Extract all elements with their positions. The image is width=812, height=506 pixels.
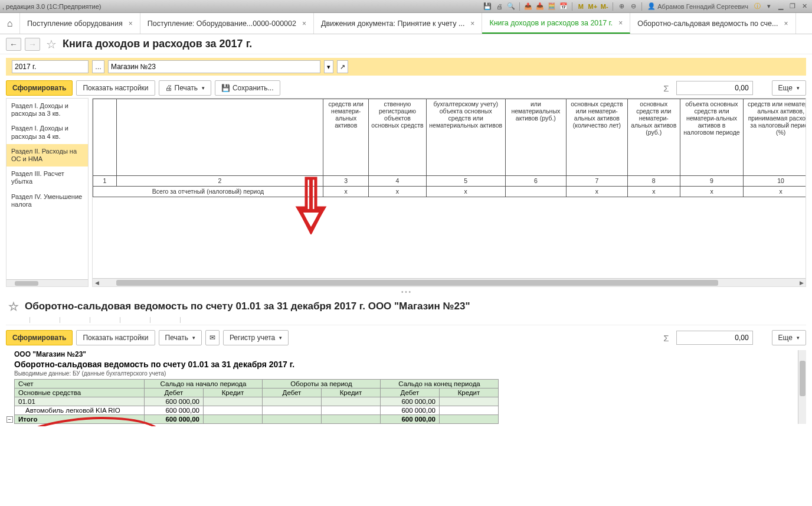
grid-header-blank2 [117, 99, 323, 176]
close-icon[interactable]: × [784, 19, 788, 28]
org-dropdown-button[interactable]: ▾ [324, 60, 333, 73]
zoom-out-icon[interactable]: ⊖ [628, 1, 639, 12]
tab-3[interactable]: Книга доходов и расходов за 2017 г.× [482, 13, 630, 34]
grid-row-total: Всего за отчетный (налоговый) период х х… [93, 187, 806, 197]
calc-icon[interactable]: 🧮 [546, 1, 557, 12]
grid-hscroll[interactable]: ◀ ▶ [93, 278, 806, 286]
sections-sidebar: Раздел I. Доходы и расходы за 3 кв. Разд… [6, 98, 89, 287]
close-icon[interactable]: × [302, 19, 306, 28]
zoom-in-icon[interactable]: ⊕ [616, 1, 627, 12]
org-input[interactable] [108, 60, 320, 73]
osv-row-asset[interactable]: Автомобиль легковой KIA RIO 600 000,00 6… [15, 406, 499, 415]
sum-field-2[interactable] [676, 331, 753, 345]
preview-icon[interactable]: 🔍 [506, 1, 516, 12]
minimize-icon[interactable]: ▁ [775, 1, 786, 12]
form-button[interactable]: Сформировать [6, 80, 73, 96]
sigma-icon-2: Σ [660, 333, 672, 343]
print-button-2[interactable]: Печать▾ [159, 330, 202, 345]
m-plus-icon[interactable]: M+ [587, 1, 598, 12]
pane2-strip [6, 317, 806, 325]
save-button[interactable]: 💾Сохранить... [215, 80, 280, 96]
grid-header-5: бухгалтерскому учету) объекта основных с… [426, 99, 505, 176]
save-icon[interactable]: 💾 [482, 1, 493, 12]
grid-header-7: основных средств или нематери-альных акт… [566, 99, 627, 176]
user-label[interactable]: 👤 Абрамов Геннадий Сергеевич [645, 2, 751, 10]
restore-icon[interactable]: ❐ [787, 1, 798, 12]
tab-1[interactable]: Поступление: Оборудование...0000-000002× [140, 13, 314, 34]
show-settings-button-2[interactable]: Показать настройки [76, 330, 155, 345]
sum-field-1[interactable] [676, 81, 753, 95]
print-icon[interactable]: 🖨 [494, 1, 505, 12]
app-title-text: , редакция 3.0 (1С:Предприятие) [2, 3, 102, 10]
back-button[interactable]: ← [6, 38, 21, 51]
sidebar-item-0[interactable]: Раздел I. Доходы и расходы за 3 кв. [6, 99, 88, 121]
page-title: Книга доходов и расходов за 2017 г. [63, 38, 252, 50]
close-icon[interactable]: × [129, 19, 133, 28]
close-icon[interactable]: × [470, 19, 474, 28]
osv-report-name: Оборотно-сальдовая ведомость по счету 01… [14, 360, 798, 369]
grid-row-numbers: 1 2 3 4 5 6 7 8 9 10 [93, 176, 806, 187]
forward-button[interactable]: → [25, 38, 40, 51]
period-input[interactable] [12, 60, 89, 73]
grid-header-10: средств или нематери-альных активов, при… [744, 99, 806, 176]
calendar-icon[interactable]: 📅 [558, 1, 569, 12]
m-minus-icon[interactable]: M- [599, 1, 610, 12]
sidebar-item-1[interactable]: Раздел I. Доходы и расходы за 4 кв. [6, 121, 88, 143]
sidebar-item-2[interactable]: Раздел II. Расходы на ОС и НМА [6, 144, 88, 167]
scroll-left-icon[interactable]: ◀ [93, 279, 101, 287]
link1-icon[interactable]: 📤 [523, 1, 533, 12]
grid-header-3: средств или нематери-альных активов [323, 99, 369, 176]
print-button[interactable]: 🖨Печать▾ [159, 80, 211, 96]
register-button[interactable]: Регистр учета▾ [223, 330, 289, 345]
osv-th-turn: Обороты за период [263, 380, 381, 389]
tab-0[interactable]: Поступление оборудования× [20, 13, 140, 34]
osv-th-credit-3: Кредит [440, 389, 499, 397]
m-icon[interactable]: M [575, 1, 586, 12]
sidebar-item-4[interactable]: Раздел IV. Уменьшение налога [6, 190, 88, 212]
more-button-2[interactable]: Еще▾ [772, 330, 806, 345]
favorite-icon[interactable]: ☆ [46, 37, 57, 51]
org-open-button[interactable]: ↗ [337, 60, 348, 73]
close-window-icon[interactable]: ✕ [799, 1, 810, 12]
mail-button[interactable]: ✉ [205, 330, 220, 345]
grid-header-9: объекта основных средств или нематери-ал… [680, 99, 744, 176]
show-settings-button[interactable]: Показать настройки [76, 80, 155, 96]
osv-subtitle: Выводимые данные: БУ (данные бухгалтерск… [14, 370, 798, 377]
pane-divider[interactable]: • • • [0, 287, 812, 297]
action-bar-1: Сформировать Показать настройки 🖨Печать▾… [0, 76, 812, 98]
osv-th-debit-2: Дебет [263, 389, 322, 397]
favorite-icon-2[interactable]: ☆ [8, 299, 19, 314]
osv-th-end: Сальдо на конец периода [381, 380, 499, 389]
form-button-2[interactable]: Сформировать [6, 330, 73, 345]
kudir-table: средств или нематери-альных активов стве… [93, 99, 806, 197]
more-button-1[interactable]: Еще▾ [772, 80, 806, 96]
tree-collapse-button[interactable]: − [6, 416, 13, 423]
osv-row-account[interactable]: 01.01 600 000,00 600 000,00 [15, 397, 499, 406]
sidebar-hscroll[interactable] [6, 279, 88, 286]
period-picker-button[interactable]: … [92, 60, 104, 73]
mail-icon: ✉ [209, 334, 215, 342]
grid-header-6: или нематериальных активов (руб.) [505, 99, 566, 176]
printer-icon: 🖨 [165, 84, 172, 92]
link2-icon[interactable]: 📥 [535, 1, 545, 12]
info-icon[interactable]: ⓘ [752, 1, 762, 12]
action-bar-2: Сформировать Показать настройки Печать▾ … [0, 325, 812, 348]
osv-th-credit-1: Кредит [204, 389, 263, 397]
scroll-right-icon[interactable]: ▶ [797, 279, 806, 287]
osv-vscroll[interactable] [798, 350, 806, 424]
home-button[interactable]: ⌂ [0, 13, 20, 34]
grid-header-4: ственную регистрацию объектов основных с… [369, 99, 426, 176]
pane2-title: Оборотно-сальдовая ведомость по счету 01… [25, 301, 470, 312]
osv-org-name: ООО "Магазин №23" [14, 350, 798, 358]
pane2-title-row: ☆ Оборотно-сальдовая ведомость по счету … [0, 297, 812, 316]
diskette-icon: 💾 [221, 84, 230, 92]
grid-header-blank1 [93, 99, 117, 176]
tab-4[interactable]: Оборотно-сальдовая ведомость по сче...× [630, 13, 795, 34]
close-icon[interactable]: × [618, 19, 623, 27]
tab-2[interactable]: Движения документа: Принятие к учету ...… [314, 13, 482, 34]
osv-th-begin: Сальдо на начало периода [145, 380, 263, 389]
sidebar-item-3[interactable]: Раздел III. Расчет убытка [6, 167, 88, 189]
sigma-icon: Σ [660, 83, 672, 93]
dropdown-icon[interactable]: ▾ [764, 1, 774, 12]
tabs-row: ⌂ Поступление оборудования× Поступление:… [0, 13, 812, 34]
